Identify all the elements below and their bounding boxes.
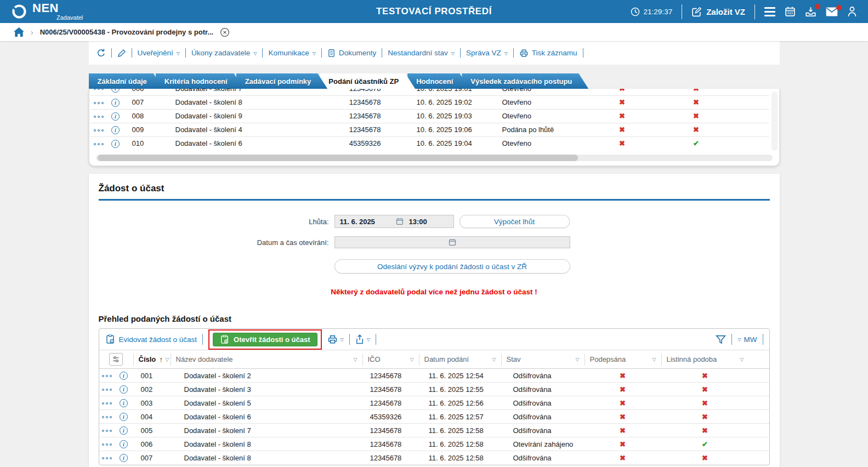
export-grid-button[interactable]: ▽ — [355, 334, 370, 344]
row-menu-icon[interactable] — [94, 89, 104, 90]
lhuta-time-value[interactable]: 13:00 — [409, 218, 427, 226]
row-menu-icon[interactable] — [102, 389, 112, 391]
column-header-nazev[interactable]: Název dodavatele▽ — [171, 354, 362, 366]
table-row[interactable]: i 008 Dodavatel - školení 9 12345678 10.… — [90, 109, 769, 123]
cell-listinna-podoba: ✔ — [658, 136, 735, 150]
column-header-datum[interactable]: Datum podání▽ — [419, 354, 501, 366]
table-row[interactable]: i 005 Dodavatel - školení 7 12345678 11.… — [99, 424, 769, 437]
table-row[interactable]: i 009 Dodavatel - školení 4 12345678 10.… — [90, 123, 769, 136]
toolbar-item-nestandardni-stav[interactable]: Nestandardní stav ▽ — [388, 49, 455, 57]
datum-otevirani-field[interactable] — [334, 236, 570, 248]
user-icon[interactable] — [847, 6, 857, 17]
close-tab-icon[interactable] — [220, 27, 230, 37]
horizontal-scrollbar[interactable] — [96, 155, 773, 161]
create-vz-button[interactable]: Založit VZ — [691, 7, 745, 17]
tab-zadavaci-podminky[interactable]: Zadávací podmínky — [236, 73, 328, 89]
home-icon[interactable] — [14, 27, 24, 37]
table-row[interactable]: i 001 Dodavatel - školení 2 12345678 11.… — [99, 369, 769, 383]
table-row[interactable]: i 010 Dodavatel - školení 6 45359326 10.… — [90, 136, 769, 150]
info-icon[interactable]: i — [120, 385, 128, 394]
otevrit-zadosti-button[interactable]: Otevřít žádosti o účast — [213, 333, 317, 346]
vertical-scrollbar[interactable] — [771, 92, 778, 151]
mail-icon[interactable] — [826, 7, 838, 16]
odeslani-vyzvy-button[interactable]: Odeslání výzvy k podání žádosti o účast … — [334, 259, 570, 274]
filter-caret-icon[interactable]: ▽ — [492, 357, 496, 362]
filter-caret-icon[interactable]: ▽ — [653, 357, 656, 362]
tab-zakladni-udaje[interactable]: Základní údaje — [89, 73, 163, 89]
filter-caret-icon[interactable]: ▽ — [165, 357, 169, 362]
filter-caret-icon[interactable]: ▽ — [740, 357, 744, 362]
table-row[interactable]: i 003 Dodavatel - školení 5 12345678 11.… — [99, 396, 769, 410]
edit-button[interactable] — [117, 49, 126, 58]
row-menu-icon[interactable] — [102, 416, 112, 418]
breadcrumb-item[interactable]: N006/25/V00005438 - Provozování prodejny… — [40, 28, 213, 36]
print-grid-button[interactable]: ▽ — [327, 334, 344, 344]
info-icon[interactable]: i — [111, 126, 120, 134]
vypocet-lhut-button[interactable]: Výpočet lhůt — [459, 215, 570, 228]
info-icon[interactable]: i — [111, 99, 120, 107]
info-icon[interactable]: i — [120, 426, 128, 435]
scrollbar-thumb[interactable] — [98, 155, 578, 161]
row-menu-icon[interactable] — [94, 102, 104, 104]
info-icon[interactable]: i — [111, 89, 120, 93]
row-menu-icon[interactable] — [102, 375, 112, 377]
cell-nazev-dodavatele: Dodavatel - školení 9 — [162, 109, 348, 123]
evidovat-zadost-button[interactable]: Evidovat žádost o účast — [105, 334, 197, 344]
info-icon[interactable]: i — [111, 112, 120, 121]
toolbar-item-sprava-vz[interactable]: Správa VZ ▽ — [466, 49, 508, 57]
toolbar-item-dokumenty[interactable]: Dokumenty — [327, 49, 376, 58]
column-header-podepsana[interactable]: Podepsána▽ — [585, 354, 661, 366]
cell-datum-podani: 10. 6. 2025 19:06 — [403, 123, 499, 136]
info-icon[interactable]: i — [120, 440, 128, 448]
table-row[interactable]: i 007 Dodavatel - školení 8 12345678 11.… — [99, 451, 769, 465]
tab-vysledek-zadavaciho-postupu[interactable]: Výsledek zadávacího postupu — [462, 73, 588, 89]
info-icon[interactable]: i — [111, 140, 120, 148]
row-menu-icon[interactable] — [94, 116, 104, 118]
toolbar-item-uverejneni[interactable]: Uveřejnění ▽ — [138, 49, 180, 57]
refresh-button[interactable] — [97, 48, 106, 58]
nen-logo[interactable]: NEN Zadavatel — [11, 2, 83, 21]
table-row[interactable]: i 006 Dodavatel - školení 8 12345678 11.… — [99, 437, 769, 451]
tab-hodnoceni[interactable]: Hodnocení — [407, 73, 469, 89]
filter-caret-icon[interactable]: ▽ — [576, 357, 580, 362]
table-row[interactable]: i 002 Dodavatel - školení 3 12345678 11.… — [99, 383, 769, 396]
calendar-icon[interactable] — [449, 238, 456, 246]
filter-caret-icon[interactable]: ▽ — [354, 357, 358, 362]
filter-caret-icon[interactable]: ▽ — [410, 357, 414, 362]
table-row[interactable]: i 004 Dodavatel - školení 6 45359326 11.… — [99, 410, 769, 424]
column-header-listinna[interactable]: Listinná podoba▽ — [661, 354, 749, 366]
row-menu-icon[interactable] — [94, 129, 104, 132]
view-selector[interactable]: ▽ MW — [737, 335, 757, 344]
column-header-ico[interactable]: IČO▽ — [362, 354, 419, 366]
tab-kriteria-hodnoceni[interactable]: Kritéria hodnocení — [156, 73, 244, 89]
table-row[interactable]: i 007 Dodavatel - školení 8 12345678 10.… — [90, 95, 769, 109]
row-menu-icon[interactable] — [102, 443, 112, 446]
info-icon[interactable]: i — [120, 372, 128, 380]
notification-badge — [836, 5, 842, 10]
toolbar-item-komunikace[interactable]: Komunikace ▽ — [268, 49, 315, 57]
tab-podani-ucastniku-zp[interactable]: Podání účastníků ZP — [320, 73, 415, 89]
column-header-cislo[interactable]: Číslo↑▽ — [133, 354, 171, 366]
column-settings-icon[interactable] — [109, 353, 123, 366]
inbox-download-icon[interactable] — [805, 6, 816, 18]
lhuta-field[interactable]: 11. 6. 2025 13:00 — [334, 215, 454, 228]
toolbar-item-tisk-zaznamu[interactable]: Tisk záznamu — [519, 49, 577, 58]
info-icon[interactable]: i — [120, 413, 128, 421]
filter-button[interactable] — [716, 335, 726, 344]
calendar-icon[interactable] — [396, 218, 404, 225]
cell-ico: 45359326 — [348, 136, 403, 150]
column-header-stav[interactable]: Stav▽ — [501, 354, 585, 366]
lhuta-date-value[interactable]: 11. 6. 2025 — [340, 218, 390, 226]
row-menu-icon[interactable] — [102, 430, 112, 432]
clipboard-plus-icon — [220, 335, 229, 344]
table-row[interactable]: i 006 Dodavatel - školení 7 12345678 10.… — [90, 89, 769, 95]
row-menu-icon[interactable] — [94, 143, 104, 145]
divider — [583, 48, 583, 58]
menu-icon[interactable] — [764, 7, 775, 16]
row-menu-icon[interactable] — [102, 402, 112, 405]
row-menu-icon[interactable] — [102, 457, 112, 459]
toolbar-item-ukony-zadavatele[interactable]: Úkony zadavatele ▽ — [191, 49, 257, 57]
calendar-icon[interactable] — [785, 6, 796, 17]
info-icon[interactable]: i — [120, 454, 128, 462]
info-icon[interactable]: i — [120, 399, 128, 407]
